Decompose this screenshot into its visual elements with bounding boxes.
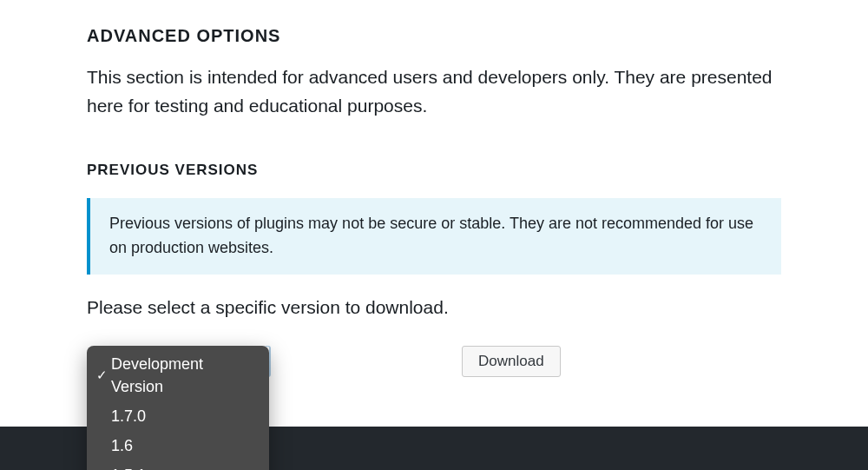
check-icon: ✓ bbox=[94, 366, 109, 385]
select-version-instruction: Please select a specific version to down… bbox=[87, 297, 781, 318]
previous-versions-title: PREVIOUS VERSIONS bbox=[87, 162, 781, 179]
advanced-options-title: ADVANCED OPTIONS bbox=[87, 26, 781, 46]
dropdown-option-151[interactable]: 1.5.1 bbox=[87, 460, 269, 470]
download-button[interactable]: Download bbox=[462, 346, 561, 377]
notice-text: Previous versions of plugins may not be … bbox=[109, 212, 762, 261]
dropdown-option-16[interactable]: 1.6 bbox=[87, 431, 269, 460]
dropdown-option-development[interactable]: ✓ Development Version bbox=[87, 349, 269, 401]
version-controls: ✓ Development Version 1.7.0 1.6 1.5.1 bbox=[87, 346, 781, 377]
advanced-options-description: This section is intended for advanced us… bbox=[87, 63, 781, 120]
dropdown-option-label: Development Version bbox=[111, 353, 257, 398]
dropdown-option-label: 1.5.1 bbox=[111, 464, 146, 470]
version-dropdown[interactable]: ✓ Development Version 1.7.0 1.6 1.5.1 bbox=[87, 346, 269, 470]
dropdown-option-label: 1.7.0 bbox=[111, 405, 146, 427]
dropdown-option-label: 1.6 bbox=[111, 434, 133, 457]
dropdown-option-170[interactable]: 1.7.0 bbox=[87, 401, 269, 431]
notice-box: Previous versions of plugins may not be … bbox=[87, 198, 781, 275]
